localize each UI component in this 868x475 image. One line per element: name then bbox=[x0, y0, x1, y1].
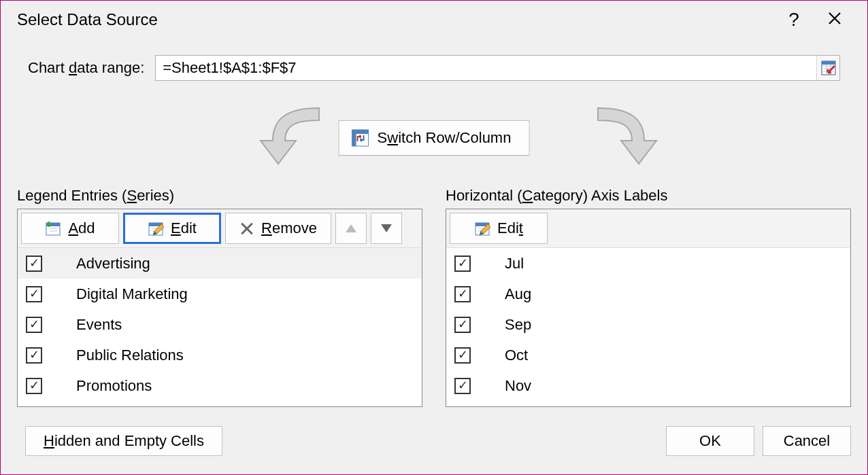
list-item[interactable]: Digital Marketing bbox=[18, 279, 422, 309]
series-label: Digital Marketing bbox=[60, 285, 188, 303]
list-item[interactable]: Oct bbox=[446, 340, 850, 370]
category-label: Nov bbox=[488, 377, 531, 395]
arrow-left-icon bbox=[251, 105, 346, 173]
range-picker-button[interactable] bbox=[816, 56, 839, 80]
series-checkbox[interactable] bbox=[26, 317, 42, 333]
series-label: Events bbox=[60, 316, 122, 334]
add-icon bbox=[45, 220, 61, 236]
move-series-down-button[interactable] bbox=[371, 213, 402, 244]
list-item[interactable]: Events bbox=[18, 309, 422, 340]
legend-entries-listbox: Add Edit Remove AdvertisingDigital Marke… bbox=[17, 209, 422, 407]
list-item[interactable]: Sep bbox=[446, 309, 850, 340]
series-label: Public Relations bbox=[60, 347, 184, 364]
series-checkbox[interactable] bbox=[26, 256, 42, 272]
category-label: Aug bbox=[488, 285, 531, 303]
hidden-empty-cells-button[interactable]: Hidden and Empty Cells bbox=[25, 426, 222, 456]
triangle-down-icon bbox=[381, 224, 392, 232]
remove-icon bbox=[239, 221, 254, 236]
category-label: Sep bbox=[488, 316, 531, 334]
edit-axis-labels-button[interactable]: Edit bbox=[450, 213, 548, 244]
title-bar: Select Data Source ? bbox=[1, 1, 867, 39]
close-icon bbox=[827, 11, 842, 26]
legend-entries-label: Legend Entries (Series) bbox=[17, 187, 422, 205]
category-label: Jul bbox=[488, 255, 524, 272]
svg-rect-1 bbox=[822, 61, 835, 65]
category-checkbox[interactable] bbox=[454, 256, 471, 272]
list-item[interactable]: Public Relations bbox=[18, 340, 422, 370]
ok-button[interactable]: OK bbox=[666, 426, 754, 456]
legend-series-list[interactable]: AdvertisingDigital MarketingEventsPublic… bbox=[18, 248, 422, 406]
switch-row-column-button[interactable]: Switch Row/Column bbox=[339, 120, 530, 156]
arrow-right-icon bbox=[571, 105, 666, 173]
edit-icon bbox=[148, 220, 164, 236]
category-checkbox[interactable] bbox=[454, 317, 471, 333]
category-checkbox[interactable] bbox=[454, 378, 471, 394]
add-series-button[interactable]: Add bbox=[21, 213, 119, 244]
category-checkbox[interactable] bbox=[454, 286, 471, 302]
edit-series-button[interactable]: Edit bbox=[123, 213, 221, 244]
list-item[interactable]: Jul bbox=[446, 248, 850, 279]
dialog-title: Select Data Source bbox=[13, 10, 773, 29]
category-checkbox[interactable] bbox=[454, 347, 471, 364]
range-picker-icon bbox=[821, 60, 836, 75]
edit-icon bbox=[474, 220, 490, 236]
triangle-up-icon bbox=[346, 224, 356, 232]
move-series-up-button[interactable] bbox=[335, 213, 367, 244]
close-button[interactable] bbox=[814, 9, 855, 31]
axis-labels-label: Horizontal (Category) Axis Labels bbox=[446, 187, 851, 205]
list-item[interactable]: Promotions bbox=[18, 370, 422, 401]
series-checkbox[interactable] bbox=[26, 378, 42, 394]
series-checkbox[interactable] bbox=[26, 286, 42, 302]
cancel-button[interactable]: Cancel bbox=[763, 426, 851, 456]
chart-data-range-row: Chart data range: bbox=[17, 52, 851, 81]
remove-series-button[interactable]: Remove bbox=[225, 213, 331, 244]
list-item[interactable]: Aug bbox=[446, 279, 850, 309]
axis-labels-list[interactable]: JulAugSepOctNov bbox=[446, 248, 850, 406]
chart-data-range-input[interactable] bbox=[156, 56, 816, 80]
svg-rect-4 bbox=[352, 130, 356, 146]
switch-icon bbox=[352, 129, 369, 147]
list-item[interactable]: Advertising bbox=[18, 248, 422, 279]
axis-labels-listbox: Edit JulAugSepOctNov bbox=[446, 209, 851, 407]
chart-data-range-label: Chart data range: bbox=[28, 59, 144, 77]
series-checkbox[interactable] bbox=[26, 347, 42, 364]
help-button[interactable]: ? bbox=[773, 9, 814, 31]
series-label: Advertising bbox=[60, 255, 150, 272]
series-label: Promotions bbox=[60, 377, 152, 395]
category-label: Oct bbox=[488, 347, 528, 364]
list-item[interactable]: Nov bbox=[446, 370, 850, 401]
